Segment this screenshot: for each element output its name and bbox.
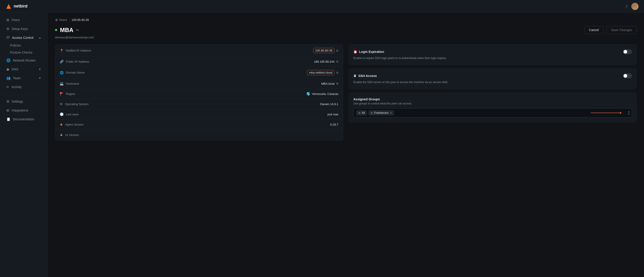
sidebar: ⊞ Peers ⚙ Setup Keys 🛡 Access Control ▲ … [0,13,48,277]
domain-copy-icon[interactable]: ⧉ [336,71,338,74]
sidebar-label-policies: Policies [10,44,21,47]
team-icon: 👥 [6,76,11,80]
topbar-right: ☽ [624,3,638,10]
netbird-ip-icon: 📍 [60,49,64,52]
breadcrumb-peers-text: Peers [59,18,67,22]
peers-icon: ⊞ [6,18,9,22]
sidebar-group-header-access-control[interactable]: 🛡 Access Control ▲ [2,34,46,42]
info-row-region: 🚩 Region 🌎 Venezuela, Caracas [55,89,343,99]
sidebar-item-posture-checks[interactable]: Posture Checks [6,49,46,56]
layout: ⊞ Peers ⚙ Setup Keys 🛡 Access Control ▲ … [0,13,644,277]
team-group-left: 👥 Team [6,76,21,80]
arrow-line [591,112,620,113]
page-header-left: MBA ✏ [55,26,79,34]
monitor-icon: 🖥 [55,18,58,22]
sidebar-label-documentation: Documentation [13,118,34,121]
sidebar-item-peers[interactable]: ⊞ Peers [2,16,46,24]
public-ip-label: Public IP-Address [66,60,89,63]
sidebar-item-policies[interactable]: Policies [6,42,46,49]
setup-keys-icon: ⚙ [6,27,9,31]
sidebar-item-activity[interactable]: ✏ Activity [2,83,46,91]
sidebar-group-header-dns[interactable]: ◉ DNS ▼ [2,65,46,74]
last-seen-icon: 🕐 [60,112,64,116]
dns-group-left: ◉ DNS [6,67,18,71]
groups-input-container[interactable]: ⊞ All ⊞ Freelancers ✕ [353,108,632,118]
right-panel: ⏰ Login Expiration Enable to require SSO… [348,44,637,140]
ui-version-icon [60,133,63,137]
public-ip-icon: 🔗 [60,60,64,63]
svg-marker-2 [60,123,63,126]
sidebar-item-settings[interactable]: ⚙ Settings [2,97,46,106]
info-row-os: ⚙ Operating System Darwin 14.6.1 [55,99,343,109]
settings-icon: ⚙ [6,100,9,104]
groups-expand-button[interactable]: ▲ ▼ [628,110,630,115]
login-expiration-toggle[interactable] [623,49,632,54]
group-freelancers-icon: ⊞ [370,112,373,114]
sidebar-item-integrations[interactable]: ⊞ Integrations [2,106,46,115]
sidebar-item-documentation[interactable]: 📋 Documentation [2,115,46,124]
page-title: MBA [60,26,73,34]
sidebar-label-integrations: Integrations [12,108,28,112]
assigned-groups-section: Assigned Groups Use groups to control wh… [348,93,637,122]
sidebar-group-header-team[interactable]: 👥 Team ▼ [2,74,46,82]
logo-text: netbird [14,4,28,9]
chevron-up-icon: ▲ [38,36,41,39]
netbird-ip-value: 100.85.80.39 [313,48,334,53]
ssh-access-title: SSH Access [358,74,377,78]
info-row-ui-version: UI Version [55,130,343,140]
access-control-icon: 🛡 [6,36,10,40]
hostname-label: Hostname [66,82,79,85]
save-changes-button[interactable]: Save Changes [606,26,637,34]
sidebar-sub-access-control: Policies Posture Checks [4,42,48,56]
last-seen-label: Last seen [66,112,78,116]
hostname-icon: 💻 [60,82,64,85]
breadcrumb-peers-link[interactable]: 🖥 Peers [55,18,67,22]
sidebar-label-posture-checks: Posture Checks [10,51,32,54]
sidebar-label-team: Team [13,76,21,80]
ssh-access-toggle[interactable] [623,73,632,78]
team-chevron-down-icon: ▼ [38,77,41,80]
group-all-label: All [362,111,365,114]
integrations-icon: ⊞ [6,108,9,112]
content-grid: 📍 NetBird IP-Address 100.85.80.39 ⧉ 🔗 Pu… [55,44,637,140]
main-content: 🖥 Peers › 100.85.80.39 MBA ✏ Cancel Save… [48,13,644,277]
domain-value: mba.netbird.cloud [307,70,334,75]
netbird-ip-copy-icon[interactable]: ⧉ [336,49,338,52]
netbird-logo-icon [6,3,12,10]
sidebar-label-dns: DNS [12,68,18,71]
hostname-value: MBA.local [321,82,334,85]
edit-peer-name-icon[interactable]: ✏ [76,28,79,32]
sidebar-item-network-routes[interactable]: 🌐 Network Routes [2,56,46,65]
agent-version-value: 0.28.7 [330,123,338,126]
breadcrumb-separator: › [69,18,70,22]
cancel-button[interactable]: Cancel [584,26,604,34]
hostname-copy-icon[interactable]: ⧉ [336,82,338,85]
netbird-ip-label: NetBird IP-Address [66,49,91,52]
network-routes-icon: 🌐 [6,58,11,62]
ssh-access-card: 🖥 SSH Access Enable the SSH server on th… [348,68,637,89]
info-row-domain: 🌐 Domain Name mba.netbird.cloud ⧉ [55,67,343,78]
public-ip-copy-icon[interactable]: ⧉ [336,60,338,63]
agent-version-label: Agent Version [65,123,84,126]
ui-version-label: UI Version [65,133,79,137]
login-expiration-title: Login Expiration [359,50,384,54]
sidebar-group-access-control: 🛡 Access Control ▲ Policies Posture Chec… [0,34,48,56]
info-row-agent-version: Agent Version 0.28.7 [55,120,343,130]
theme-toggle-icon[interactable]: ☽ [624,4,628,9]
sidebar-label-setup-keys: Setup Keys [12,27,28,31]
remove-freelancers-button[interactable]: ✕ [390,112,392,114]
info-row-last-seen: 🕐 Last seen just now [55,109,343,120]
region-icon: 🚩 [60,92,64,96]
region-flag: 🌎 [306,92,310,96]
assigned-groups-title: Assigned Groups [353,98,632,101]
sidebar-item-setup-keys[interactable]: ⚙ Setup Keys [2,24,46,33]
breadcrumb: 🖥 Peers › 100.85.80.39 [55,18,637,22]
avatar[interactable] [631,3,638,10]
group-tag-freelancers: ⊞ Freelancers ✕ [368,110,394,115]
peer-status-dot [55,29,57,31]
info-row-public-ip: 🔗 Public IP-Address 186.185.89.244 ⧉ [55,56,343,67]
sidebar-label-peers: Peers [12,18,20,22]
page-header: MBA ✏ Cancel Save Changes [55,26,637,34]
sidebar-label-settings: Settings [12,100,23,103]
os-value: Darwin 14.6.1 [320,102,338,106]
